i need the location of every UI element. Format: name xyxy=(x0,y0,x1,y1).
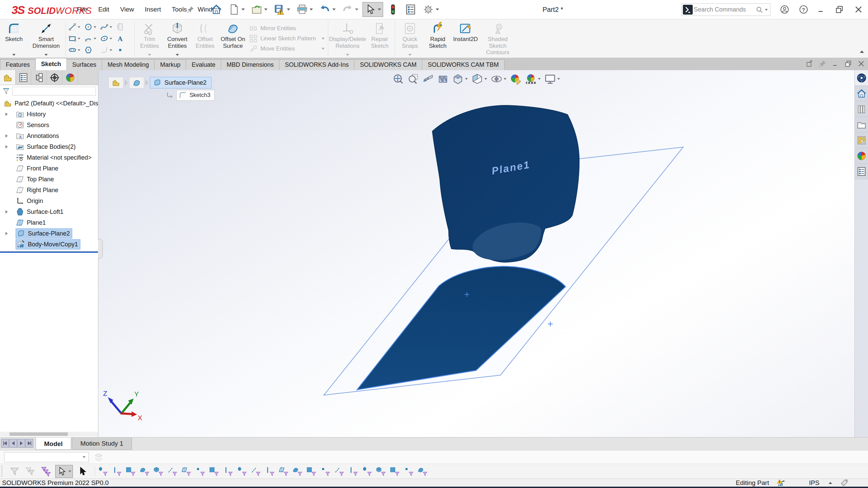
filter-blocks[interactable] xyxy=(390,466,400,476)
tree-right-plane[interactable]: Right Plane xyxy=(0,185,98,196)
expander-icon[interactable] xyxy=(5,145,8,148)
tab-mesh-modeling[interactable]: Mesh Modeling xyxy=(102,59,155,70)
rebuild-button[interactable] xyxy=(385,2,401,17)
filter-edges[interactable] xyxy=(112,466,122,476)
instant2d-button[interactable]: Instant2D xyxy=(452,19,479,58)
document-close-button[interactable] xyxy=(857,60,865,68)
sketch3-chip[interactable]: Sketch3 xyxy=(176,90,215,101)
dropdown-caret[interactable] xyxy=(287,8,290,11)
view-palette-tab[interactable] xyxy=(855,133,868,148)
tab-solidworks-cam-tbm[interactable]: SOLIDWORKS CAM TBM xyxy=(422,59,505,70)
tab-solidworks-cam[interactable]: SOLIDWORKS CAM xyxy=(354,59,422,70)
home-button[interactable] xyxy=(209,2,224,17)
undock-icon[interactable] xyxy=(806,60,814,68)
filter-sketch-segments[interactable] xyxy=(223,466,233,476)
tree-origin[interactable]: Origin xyxy=(0,196,98,206)
zoom-to-fit-button[interactable] xyxy=(392,72,405,86)
configurationmanager-tab[interactable] xyxy=(31,70,47,85)
display-style-button[interactable] xyxy=(490,72,508,86)
point-tool[interactable] xyxy=(116,44,132,56)
menu-view[interactable]: View xyxy=(116,4,138,15)
filter-balloons[interactable] xyxy=(362,466,372,476)
search-commands-input[interactable] xyxy=(694,6,756,13)
first-tab-button[interactable] xyxy=(1,439,9,448)
edit-appearance-button[interactable] xyxy=(509,72,523,86)
dropdown-caret[interactable] xyxy=(538,78,541,80)
tab-features[interactable]: Features xyxy=(0,59,36,70)
unit-system-caret[interactable] xyxy=(829,482,832,484)
repair-sketch-button[interactable]: Repair Sketch xyxy=(366,19,394,58)
circle-tool[interactable] xyxy=(84,21,100,33)
account-icon[interactable] xyxy=(780,5,789,14)
select-button[interactable] xyxy=(362,2,383,17)
expander-icon[interactable] xyxy=(5,113,8,116)
filter-notes[interactable] xyxy=(320,466,330,476)
menu-file[interactable]: File xyxy=(73,4,92,15)
sketch-point-marker[interactable] xyxy=(548,322,553,326)
dropdown-caret[interactable] xyxy=(321,48,325,50)
filter-solid-bodies[interactable] xyxy=(153,466,163,476)
dropdown-caret[interactable] xyxy=(94,38,96,39)
view-settings-button[interactable] xyxy=(544,72,561,86)
dropdown-caret[interactable] xyxy=(110,38,112,39)
dropdown-caret[interactable] xyxy=(264,8,268,11)
tree-surface-loft1[interactable]: Surface-Loft1 xyxy=(0,206,98,217)
fillet-tool[interactable] xyxy=(100,44,116,56)
filter-surface-bodies[interactable] xyxy=(139,466,150,476)
dropdown-caret[interactable] xyxy=(504,78,507,80)
tree-surface-bodies[interactable]: Surface Bodies(2) xyxy=(0,141,98,152)
linear-sketch-pattern-button[interactable]: Linear Sketch Pattern xyxy=(249,34,325,43)
spline-tool[interactable] xyxy=(100,21,116,33)
filter-center-marks[interactable] xyxy=(251,466,261,476)
filter-geometric-tolerances[interactable] xyxy=(306,466,316,476)
breadcrumb-part[interactable] xyxy=(108,77,123,88)
search-icon[interactable] xyxy=(756,6,763,14)
expander-icon[interactable] xyxy=(5,210,8,214)
redo-button[interactable] xyxy=(340,2,360,17)
help-icon[interactable]: ? xyxy=(799,5,808,14)
expander-icon[interactable] xyxy=(5,134,8,138)
unit-system-label[interactable]: IPS xyxy=(809,479,820,487)
featuremanager-tab[interactable] xyxy=(0,70,16,85)
convert-entities-button[interactable]: Convert Entities xyxy=(163,19,191,58)
collapse-ribbon-button[interactable] xyxy=(860,50,864,53)
toolbar-grip[interactable] xyxy=(1,466,2,477)
apply-scene-button[interactable] xyxy=(524,72,542,86)
tab-solidworks-add-ins[interactable]: SOLIDWORKS Add-Ins xyxy=(279,59,354,70)
motion-study-1-tab[interactable]: Motion Study 1 xyxy=(72,438,132,450)
file-properties-button[interactable] xyxy=(403,2,418,17)
menu-edit[interactable]: Edit xyxy=(94,4,114,15)
dropdown-caret[interactable] xyxy=(332,8,336,11)
propertymanager-tab[interactable] xyxy=(16,70,31,85)
dropdown-caret[interactable] xyxy=(436,8,439,11)
new-document-button[interactable] xyxy=(226,2,247,17)
tree-body-move-copy1[interactable]: Body-Move/Copy1 xyxy=(0,239,98,250)
tree-annotations[interactable]: A Annotations xyxy=(0,130,98,141)
save-button[interactable] xyxy=(272,2,292,17)
dropdown-caret[interactable] xyxy=(378,8,381,11)
graphics-viewport[interactable]: Plane1 Z Y X xyxy=(98,70,854,437)
shaded-sketch-contours-button[interactable]: Shaded Sketch Contours xyxy=(479,19,516,58)
sketch-picture-tool[interactable] xyxy=(116,21,132,33)
tree-top-plane[interactable]: Top Plane xyxy=(0,174,98,185)
rapid-sketch-button[interactable]: Rapid Sketch xyxy=(424,19,452,58)
dynamic-annotation-views-button[interactable] xyxy=(451,72,469,86)
filter-axes[interactable] xyxy=(167,466,177,476)
filter-sketch-points[interactable] xyxy=(195,466,205,476)
slot-tool[interactable] xyxy=(68,44,84,56)
restore-button[interactable] xyxy=(835,5,844,14)
dropdown-caret[interactable] xyxy=(78,26,80,28)
tree-history[interactable]: History xyxy=(0,109,98,120)
undo-button[interactable] xyxy=(317,2,338,17)
quick-snaps-button[interactable]: Quick Snaps xyxy=(396,19,424,58)
filter-dowel-symbols[interactable] xyxy=(376,466,386,476)
section-view-button[interactable] xyxy=(436,72,450,86)
dropdown-caret[interactable] xyxy=(110,26,112,28)
filter-vertices[interactable] xyxy=(98,466,108,476)
panel-horizontal-scrollbar[interactable] xyxy=(0,432,98,436)
previous-tab-button[interactable] xyxy=(9,439,17,448)
tree-front-plane[interactable]: Front Plane xyxy=(0,163,98,174)
offset-on-surface-button[interactable]: Offset On Surface xyxy=(219,19,247,58)
pin-menu-icon[interactable] xyxy=(186,5,195,14)
dropdown-caret[interactable] xyxy=(310,8,313,11)
